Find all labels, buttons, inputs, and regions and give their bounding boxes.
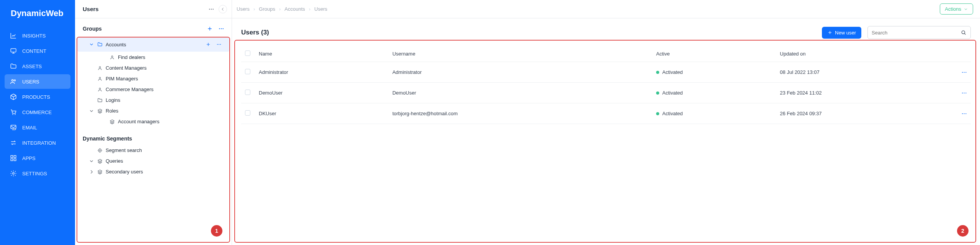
tree-item[interactable]: Logins <box>77 95 229 105</box>
tree-item[interactable]: Accounts <box>77 37 229 52</box>
dots-icon <box>216 42 222 47</box>
sidebar-item-insights[interactable]: INSIGHTS <box>5 28 70 43</box>
products-icon <box>10 93 17 100</box>
chevron-down-icon[interactable] <box>89 108 94 114</box>
breadcrumb-separator-icon: › <box>279 6 281 12</box>
tree-add-button[interactable] <box>203 39 213 49</box>
tree-item[interactable]: Commerce Managers <box>77 84 229 95</box>
sidebar-item-integration[interactable]: INTEGRATION <box>5 136 70 150</box>
tree-more-button[interactable] <box>214 39 224 49</box>
tree-item[interactable]: Content Managers <box>77 63 229 73</box>
sidebar-item-apps[interactable]: APPS <box>5 151 70 165</box>
cell-active: Activated <box>652 103 776 124</box>
search-icon <box>960 29 967 36</box>
cell-username: Administrator <box>389 62 652 83</box>
tree-label: Logins <box>106 97 120 103</box>
breadcrumb-separator-icon: › <box>253 6 255 12</box>
actions-label: Actions <box>945 6 961 12</box>
chevron-left-icon <box>220 7 225 11</box>
cell-active: Activated <box>652 83 776 103</box>
tree-item[interactable]: PIM Managers <box>77 74 229 84</box>
commerce-icon <box>10 109 17 116</box>
row-checkbox[interactable] <box>245 90 250 95</box>
cell-updated: 26 Feb 2024 09:37 <box>776 103 955 124</box>
user-icon <box>97 65 103 71</box>
col-name[interactable]: Name <box>255 46 389 62</box>
col-username[interactable]: Username <box>389 46 652 62</box>
chevron-down-icon <box>964 7 968 11</box>
sidebar-item-users[interactable]: USERS <box>5 74 70 89</box>
row-more-button[interactable]: ··· <box>962 69 967 75</box>
sidebar-item-content[interactable]: CONTENT <box>5 44 70 58</box>
callout-badge-1: 1 <box>211 225 222 237</box>
nav-label: PRODUCTS <box>22 94 50 100</box>
chevron-down-icon[interactable] <box>89 42 94 47</box>
plus-icon <box>207 26 213 32</box>
panel-collapse-button[interactable] <box>219 5 227 13</box>
table-row[interactable]: AdministratorAdministratorActivated08 Ju… <box>241 62 971 83</box>
sidebar-item-assets[interactable]: ASSETS <box>5 59 70 74</box>
cell-name: DKUser <box>255 103 389 124</box>
sidebar-item-products[interactable]: PRODUCTS <box>5 90 70 104</box>
page-title: Users (3) <box>241 29 269 36</box>
col-active[interactable]: Active <box>652 46 776 62</box>
chevron-right-icon[interactable] <box>89 169 94 175</box>
breadcrumb-item[interactable]: Accounts <box>284 6 305 12</box>
new-user-button[interactable]: New user <box>822 27 861 39</box>
col-updated[interactable]: Updated on <box>776 46 955 62</box>
breadcrumb-item[interactable]: Users <box>237 6 250 12</box>
cell-active: Activated <box>652 62 776 83</box>
row-more-button[interactable]: ··· <box>962 90 967 96</box>
table-row[interactable]: DKUsertorbjorg-hentze@hotmail.comActivat… <box>241 103 971 124</box>
cell-name: DemoUser <box>255 83 389 103</box>
group-more-button[interactable] <box>216 24 226 34</box>
panel-more-button[interactable] <box>206 4 216 14</box>
assets-icon <box>10 63 17 70</box>
row-more-button[interactable]: ··· <box>962 111 967 116</box>
status-dot-icon <box>656 112 659 115</box>
main-area: Users›Groups›Accounts›Users Actions User… <box>232 0 980 245</box>
chevron-down-icon[interactable] <box>89 158 94 164</box>
dots-icon <box>218 26 224 32</box>
content-icon <box>10 47 17 54</box>
dots-icon <box>208 6 214 12</box>
select-all-checkbox[interactable] <box>245 51 250 56</box>
breadcrumb-item[interactable]: Groups <box>259 6 275 12</box>
layers-icon <box>97 158 103 164</box>
callout-badge-2: 2 <box>957 225 969 237</box>
row-checkbox[interactable] <box>245 110 250 116</box>
tree-item[interactable]: Segment search <box>77 145 229 155</box>
new-user-label: New user <box>835 30 856 36</box>
tree-label: Segment search <box>106 147 142 153</box>
sidebar-item-settings[interactable]: SETTINGS <box>5 166 70 181</box>
users-icon <box>10 78 17 85</box>
tree-item[interactable]: Secondary users <box>77 167 229 177</box>
group-add-button[interactable] <box>205 24 215 34</box>
user-icon <box>97 76 103 82</box>
cell-updated: 08 Jul 2022 13:07 <box>776 62 955 83</box>
folder-icon <box>97 42 103 47</box>
tree-item[interactable]: Roles <box>77 106 229 116</box>
nav-label: INTEGRATION <box>22 140 56 146</box>
tree-item[interactable]: Queries <box>77 156 229 166</box>
tree-item[interactable]: Find dealers <box>77 52 229 62</box>
search-target-icon <box>97 148 103 153</box>
row-checkbox[interactable] <box>245 69 250 74</box>
nav-label: ASSETS <box>22 64 42 69</box>
integration-icon <box>10 139 17 146</box>
breadcrumb-item[interactable]: Users <box>314 6 327 12</box>
table-row[interactable]: DemoUserDemoUserActivated23 Feb 2024 11:… <box>241 83 971 103</box>
sidebar-item-email[interactable]: EMAIL <box>5 120 70 135</box>
sidebar-item-commerce[interactable]: COMMERCE <box>5 105 70 119</box>
user-icon <box>109 55 115 60</box>
nav-label: APPS <box>22 155 36 161</box>
search-box[interactable] <box>867 26 971 39</box>
nav-label: INSIGHTS <box>22 33 46 39</box>
apps-icon <box>10 155 17 162</box>
nav-label: SETTINGS <box>22 171 47 176</box>
segments-section-title: Dynamic Segments <box>83 136 132 142</box>
tree-item[interactable]: Account managers <box>77 116 229 127</box>
search-input[interactable] <box>872 30 960 36</box>
status-dot-icon <box>656 71 659 74</box>
actions-dropdown[interactable]: Actions <box>940 3 973 15</box>
